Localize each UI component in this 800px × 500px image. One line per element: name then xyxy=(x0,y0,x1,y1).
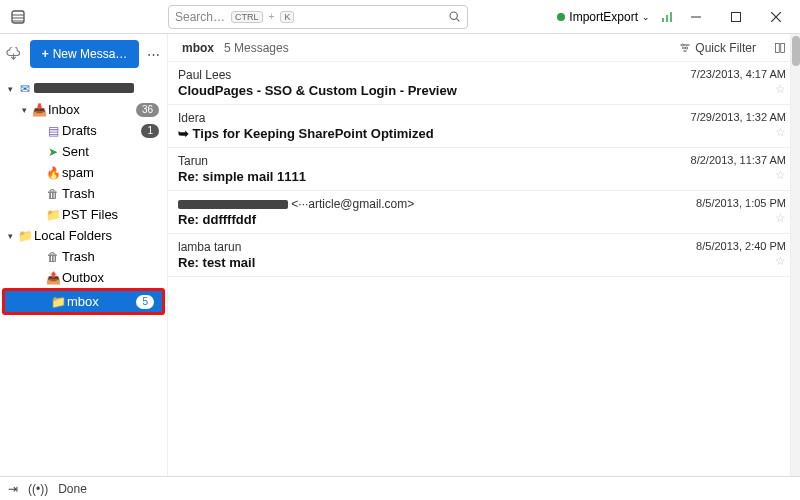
offline-icon[interactable]: ⇥ xyxy=(8,482,18,496)
display-options-icon[interactable] xyxy=(774,42,786,54)
outbox-label: Outbox xyxy=(62,270,159,285)
folder-icon: 📁 xyxy=(16,229,34,243)
account-row[interactable]: ▾ ✉ xyxy=(0,78,167,99)
message-date: 8/5/2013, 1:05 PM xyxy=(696,197,786,209)
drafts-label: Drafts xyxy=(62,123,141,138)
message-subject: ➥ Tips for Keeping SharePoint Optimized xyxy=(178,126,656,141)
sidebar-item-spam[interactable]: 🔥 spam xyxy=(0,162,167,183)
local-folders-row[interactable]: ▾ 📁 Local Folders xyxy=(0,225,167,246)
sidebar-item-sent[interactable]: ➤ Sent xyxy=(0,141,167,162)
local-label: Local Folders xyxy=(34,228,159,243)
message-sender: Paul Lees xyxy=(178,68,656,82)
scrollbar[interactable] xyxy=(790,34,800,476)
caret-down-icon: ▾ xyxy=(4,231,16,241)
search-placeholder: Search… xyxy=(175,10,225,24)
sent-label: Sent xyxy=(62,144,159,159)
search-input[interactable]: Search… CTRL + K xyxy=(168,5,468,29)
caret-down-icon: ▾ xyxy=(18,105,30,115)
plus-icon: + xyxy=(42,47,49,61)
mail-account-icon: ✉ xyxy=(16,82,34,96)
trash-icon: 🗑 xyxy=(44,187,62,201)
spam-icon: 🔥 xyxy=(44,166,62,180)
folder-icon: 📁 xyxy=(44,208,62,222)
message-sender: lamba tarun xyxy=(178,240,656,254)
chevron-down-icon: ⌄ xyxy=(642,12,650,22)
message-row[interactable]: Paul LeesCloudPages - SSO & Custom Login… xyxy=(168,62,800,105)
message-count: 5 Messages xyxy=(224,41,289,55)
sidebar-item-trash[interactable]: 🗑 Trash xyxy=(0,183,167,204)
more-icon[interactable]: ⋯ xyxy=(145,47,161,62)
message-list-pane: mbox 5 Messages Quick Filter Paul LeesCl… xyxy=(168,34,800,476)
selection-highlight: 📁 mbox 5 xyxy=(2,288,165,315)
message-subject: Re: simple mail 1111 xyxy=(178,169,656,184)
message-subject: Re: ddffffddf xyxy=(178,212,656,227)
message-date: 7/29/2013, 1:32 AM xyxy=(691,111,786,123)
message-row[interactable]: <···article@gmail.com>Re: ddffffddf8/5/2… xyxy=(168,191,800,234)
spam-label: spam xyxy=(62,165,159,180)
svg-line-5 xyxy=(457,19,460,22)
maximize-button[interactable] xyxy=(718,3,754,31)
message-row[interactable]: lamba tarunRe: test mail8/5/2013, 2:40 P… xyxy=(168,234,800,277)
minimize-button[interactable] xyxy=(678,3,714,31)
svg-point-4 xyxy=(450,12,457,19)
svg-point-18 xyxy=(686,46,688,48)
status-text: Done xyxy=(58,482,87,496)
sidebar: + New Messa… ⋯ ▾ ✉ ▾ 📥 Inbox 36 ▤ Drafts… xyxy=(0,34,168,476)
star-icon[interactable]: ☆ xyxy=(775,168,786,182)
mbox-count: 5 xyxy=(136,295,154,309)
sidebar-item-outbox[interactable]: 📤 Outbox xyxy=(0,267,167,288)
close-button[interactable] xyxy=(758,3,794,31)
inbox-label: Inbox xyxy=(48,102,136,117)
folder-icon: 📁 xyxy=(49,295,67,309)
message-sender: <···article@gmail.com> xyxy=(178,197,656,211)
statusbar: ⇥ ((•)) Done xyxy=(0,476,800,500)
download-icon[interactable] xyxy=(6,47,24,62)
scrollbar-thumb[interactable] xyxy=(792,36,800,66)
message-row[interactable]: Idera➥ Tips for Keeping SharePoint Optim… xyxy=(168,105,800,148)
filter-icon xyxy=(679,42,691,54)
message-row[interactable]: TarunRe: simple mail 11118/2/2013, 11:37… xyxy=(168,148,800,191)
app-menu-icon[interactable] xyxy=(6,9,30,25)
inbox-icon: 📥 xyxy=(30,103,48,117)
message-subject: CloudPages - SSO & Custom Login - Previe… xyxy=(178,83,656,98)
message-date: 7/23/2013, 4:17 AM xyxy=(691,68,786,80)
svg-point-17 xyxy=(682,43,684,45)
import-export-label: ImportExport xyxy=(569,10,638,24)
star-icon[interactable]: ☆ xyxy=(775,254,786,268)
sidebar-item-drafts[interactable]: ▤ Drafts 1 xyxy=(0,120,167,141)
account-label xyxy=(34,81,159,96)
quick-filter-button[interactable]: Quick Filter xyxy=(679,41,756,55)
message-subject: Re: test mail xyxy=(178,255,656,270)
list-header: mbox 5 Messages Quick Filter xyxy=(168,34,800,62)
svg-rect-10 xyxy=(732,12,741,21)
folder-title: mbox xyxy=(182,41,214,55)
mbox-label: mbox xyxy=(67,294,136,309)
kbd-ctrl: CTRL xyxy=(231,11,263,23)
caret-down-icon: ▾ xyxy=(4,84,16,94)
star-icon[interactable]: ☆ xyxy=(775,82,786,96)
import-export-menu[interactable]: ImportExport ⌄ xyxy=(551,8,656,26)
star-icon[interactable]: ☆ xyxy=(775,125,786,139)
sidebar-item-inbox[interactable]: ▾ 📥 Inbox 36 xyxy=(0,99,167,120)
svg-rect-20 xyxy=(781,43,785,52)
star-icon[interactable]: ☆ xyxy=(775,211,786,225)
kbd-k: K xyxy=(280,11,294,23)
signal-icon[interactable]: ((•)) xyxy=(28,482,48,496)
message-sender: Tarun xyxy=(178,154,656,168)
sync-icon[interactable] xyxy=(660,10,674,24)
drafts-icon: ▤ xyxy=(44,124,62,138)
search-icon[interactable] xyxy=(448,10,461,23)
sidebar-item-local-trash[interactable]: 🗑 Trash xyxy=(0,246,167,267)
new-message-label: New Messa… xyxy=(53,47,128,61)
ltrash-label: Trash xyxy=(62,249,159,264)
folder-tree: ▾ ✉ ▾ 📥 Inbox 36 ▤ Drafts 1 ➤ Sent xyxy=(0,74,167,315)
outbox-icon: 📤 xyxy=(44,271,62,285)
svg-rect-19 xyxy=(776,43,780,52)
pst-label: PST Files xyxy=(62,207,159,222)
sidebar-item-mbox[interactable]: 📁 mbox 5 xyxy=(5,291,162,312)
drafts-count: 1 xyxy=(141,124,159,138)
message-date: 8/5/2013, 2:40 PM xyxy=(696,240,786,252)
new-message-button[interactable]: + New Messa… xyxy=(30,40,139,68)
sidebar-item-pst[interactable]: 📁 PST Files xyxy=(0,204,167,225)
message-date: 8/2/2013, 11:37 AM xyxy=(691,154,786,166)
